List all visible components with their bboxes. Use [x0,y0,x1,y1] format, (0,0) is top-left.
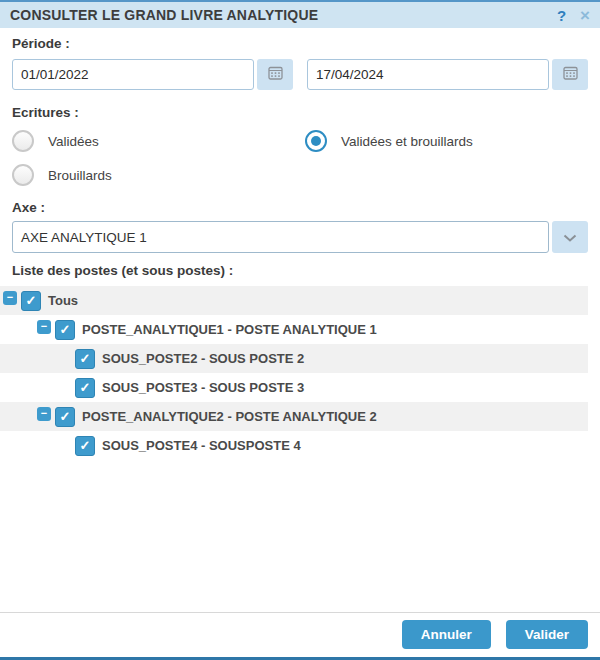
checkbox-icon[interactable]: ✓ [55,407,75,427]
collapse-icon[interactable]: − [3,291,17,305]
postes-tree: −✓Tous−✓POSTE_ANALYTIQUE1 - POSTE ANALYT… [0,286,588,460]
ecritures-options: Validées Validées et brouillards Brouill… [12,124,588,192]
radio-label: Validées [48,134,99,149]
dialog-body: Période : Ecritures : [0,28,600,612]
radio-icon [12,130,34,152]
calendar-icon [268,66,283,83]
date-from-input[interactable] [12,59,254,90]
dialog-title: CONSULTER LE GRAND LIVRE ANALYTIQUE [10,7,557,23]
axe-label: Axe : [12,200,588,215]
ok-button[interactable]: Valider [506,620,588,649]
radio-label: Validées et brouillards [341,134,473,149]
checkbox-icon[interactable]: ✓ [75,378,95,398]
help-icon[interactable]: ? [557,7,566,24]
axe-select-row: AXE ANALYTIQUE 1 [12,221,588,253]
periode-label: Période : [12,36,588,51]
chevron-down-icon [563,230,577,245]
date-to-group [307,59,588,90]
cancel-button[interactable]: Annuler [402,620,491,649]
date-from-calendar-button[interactable] [257,59,293,90]
axe-select[interactable]: AXE ANALYTIQUE 1 [12,221,549,253]
axe-dropdown-button[interactable] [552,221,588,253]
date-to-calendar-button[interactable] [552,59,588,90]
tree-item-label: SOUS_POSTE3 - SOUS POSTE 3 [102,380,304,395]
consult-ledger-dialog: CONSULTER LE GRAND LIVRE ANALYTIQUE ? × … [0,0,600,660]
tree-item-label: POSTE_ANALYTIQUE1 - POSTE ANALYTIQUE 1 [82,322,377,337]
checkbox-icon[interactable]: ✓ [55,320,75,340]
date-row [12,59,588,90]
ecritures-label: Ecritures : [12,105,588,120]
checkbox-icon[interactable]: ✓ [75,349,95,369]
collapse-icon[interactable]: − [37,320,51,334]
tree-row[interactable]: ✓SOUS_POSTE3 - SOUS POSTE 3 [0,373,588,402]
radio-validees-et-brouillards[interactable]: Validées et brouillards [305,124,588,158]
spacer [12,460,588,612]
tree-row[interactable]: ✓SOUS_POSTE2 - SOUS POSTE 2 [0,344,588,373]
dialog-titlebar: CONSULTER LE GRAND LIVRE ANALYTIQUE ? × [0,2,600,28]
tree-item-label: Tous [48,293,78,308]
calendar-icon [563,66,578,83]
radio-validees[interactable]: Validées [12,124,305,158]
tree-row[interactable]: ✓SOUS_POSTE4 - SOUSPOSTE 4 [0,431,588,460]
footer: Annuler Valider [0,613,600,657]
radio-label: Brouillards [48,168,112,183]
tree-item-label: SOUS_POSTE2 - SOUS POSTE 2 [102,351,304,366]
collapse-icon[interactable]: − [37,407,51,421]
radio-icon [305,130,327,152]
tree-row[interactable]: −✓POSTE_ANALYTIQUE2 - POSTE ANALYTIQUE 2 [0,402,588,431]
checkbox-icon[interactable]: ✓ [75,436,95,456]
checkbox-icon[interactable]: ✓ [21,291,41,311]
date-to-input[interactable] [307,59,549,90]
postes-label: Liste des postes (et sous postes) : [12,263,588,278]
tree-row[interactable]: −✓Tous [0,286,588,315]
tree-item-label: SOUS_POSTE4 - SOUSPOSTE 4 [102,438,301,453]
date-from-group [12,59,293,90]
tree-item-label: POSTE_ANALYTIQUE2 - POSTE ANALYTIQUE 2 [82,409,377,424]
radio-brouillards[interactable]: Brouillards [12,158,305,192]
tree-row[interactable]: −✓POSTE_ANALYTIQUE1 - POSTE ANALYTIQUE 1 [0,315,588,344]
radio-icon [12,164,34,186]
close-icon[interactable]: × [580,7,590,24]
